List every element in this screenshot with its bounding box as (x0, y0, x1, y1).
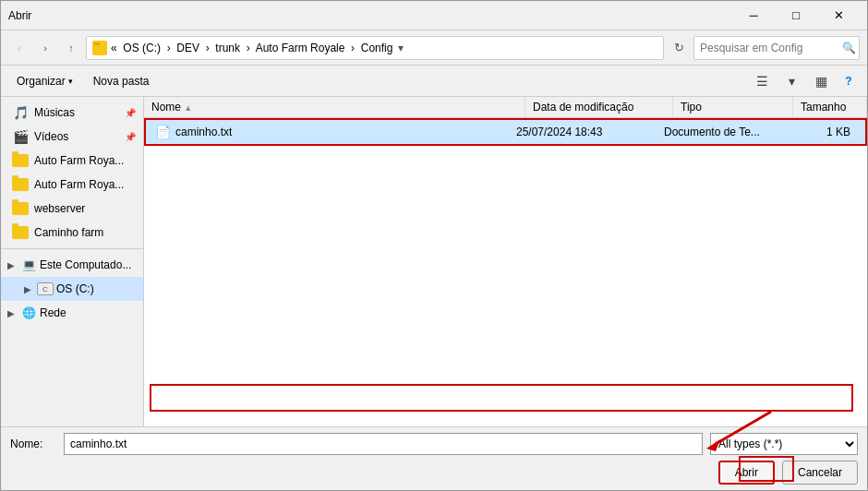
tree-item-rede[interactable]: ▶ 🌐 Rede (1, 301, 143, 325)
breadcrumb[interactable]: « OS (C:) › DEV › trunk › Auto Farm Roya… (86, 36, 664, 60)
tree-item-os-c[interactable]: ▶ C OS (C:) (1, 277, 143, 301)
search-box: 🔍 (693, 36, 860, 60)
tree-label-rede: Rede (40, 306, 139, 319)
window-controls: ─ □ ✕ (732, 1, 860, 30)
col-size-header[interactable]: Tamanho (793, 97, 867, 117)
folder-icon (92, 41, 107, 55)
pin-icon: 📌 (125, 108, 136, 118)
sidebar-item-webserver[interactable]: webserver (1, 197, 143, 221)
videos-icon: 🎬 (12, 128, 29, 145)
file-list-container: Nome ▲ Data de modificação Tipo Tamanho (144, 97, 867, 426)
col-name-label: Nome (151, 101, 181, 114)
maximize-button[interactable]: □ (775, 1, 817, 30)
sidebar-autofarm2-label: Auto Farm Roya... (34, 178, 136, 191)
sidebar-videos-label: Vídeos (34, 130, 119, 143)
chevron-icon: ▶ (5, 260, 18, 270)
filename-row: Nome: All types (*.*) (10, 433, 858, 455)
file-date: 25/07/2024 18:43 (516, 126, 664, 138)
tree-label-osc: OS (C:) (56, 282, 139, 295)
refresh-button[interactable]: ↻ (668, 37, 690, 59)
musicas-icon: 🎵 (12, 104, 29, 121)
col-name-header[interactable]: Nome ▲ (144, 97, 525, 117)
file-item-caminho-txt[interactable]: 📄 caminho.txt 25/07/2024 18:43 Documento… (144, 118, 867, 146)
main-content: 🎵 Músicas 📌 🎬 Vídeos 📌 Auto Farm Roya... (1, 97, 867, 426)
sidebar-caminhofarm-label: Caminho farm (34, 226, 136, 239)
pin-icon-2: 📌 (125, 132, 136, 142)
filename-input[interactable] (64, 433, 703, 455)
file-list: 📄 caminho.txt 25/07/2024 18:43 Documento… (144, 118, 867, 426)
sidebar-item-autofarm2[interactable]: Auto Farm Roya... (1, 173, 143, 197)
tree-item-este-computador[interactable]: ▶ 💻 Este Computado... (1, 253, 143, 277)
bottom-bar: Nome: All types (*.*) Abrir Cancelar (1, 426, 867, 490)
autofarm1-icon (12, 152, 29, 169)
file-icon: 📄 (153, 123, 172, 141)
sidebar-item-musicas[interactable]: 🎵 Músicas 📌 (1, 101, 143, 125)
open-button[interactable]: Abrir (718, 461, 775, 485)
grid-view-button[interactable]: ▦ (808, 70, 834, 92)
new-folder-label: Nova pasta (93, 75, 150, 88)
sidebar-item-videos[interactable]: 🎬 Vídeos 📌 (1, 125, 143, 149)
search-input[interactable] (700, 42, 838, 54)
up-button[interactable]: ↑ (60, 37, 82, 59)
organize-button[interactable]: Organizar ▾ (8, 70, 81, 92)
col-date-header[interactable]: Data de modificação (525, 97, 673, 117)
file-list-header: Nome ▲ Data de modificação Tipo Tamanho (144, 97, 867, 118)
sidebar-item-autofarm1[interactable]: Auto Farm Roya... (1, 149, 143, 173)
search-icon: 🔍 (842, 42, 856, 54)
caminhofarm-icon (12, 224, 29, 241)
help-button[interactable]: ? (838, 70, 860, 92)
col-date-label: Data de modificação (533, 101, 633, 114)
sidebar-divider (1, 248, 143, 249)
sidebar: 🎵 Músicas 📌 🎬 Vídeos 📌 Auto Farm Roya... (1, 97, 144, 426)
sidebar-autofarm1-label: Auto Farm Roya... (34, 154, 136, 167)
tree-label-computador: Este Computado... (40, 258, 139, 271)
toolbar: Organizar ▾ Nova pasta ☰ ▾ ▦ ? (1, 66, 867, 97)
webserver-icon (12, 200, 29, 217)
title-bar: Abrir ─ □ ✕ (1, 1, 867, 30)
chevron-down-icon: ▶ (21, 284, 34, 294)
dialog-title: Abrir (8, 9, 732, 22)
name-label: Nome: (10, 437, 56, 450)
drive-icon: C (37, 281, 54, 297)
computer-icon: 💻 (20, 257, 37, 273)
list-view-button[interactable]: ☰ (749, 70, 775, 92)
close-button[interactable]: ✕ (817, 1, 860, 30)
organize-label: Organizar (17, 75, 66, 88)
details-view-dropdown-button[interactable]: ▾ (778, 70, 804, 92)
file-type: Documento de Te... (664, 126, 784, 138)
forward-button[interactable]: › (34, 37, 56, 59)
col-type-label: Tipo (681, 101, 702, 114)
autofarm2-icon (12, 176, 29, 193)
file-size: 1 KB (784, 126, 858, 138)
breadcrumb-dropdown-button[interactable]: ▾ (396, 42, 405, 54)
back-button[interactable]: ‹ (8, 37, 30, 59)
chevron-icon-2: ▶ (5, 308, 18, 318)
sidebar-item-caminhofarm[interactable]: Caminho farm (1, 221, 143, 245)
organize-dropdown-icon: ▾ (68, 77, 73, 86)
sidebar-webserver-label: webserver (34, 202, 136, 215)
col-size-label: Tamanho (801, 101, 846, 114)
address-bar: ‹ › ↑ « OS (C:) › DEV › trunk › Auto Far… (1, 30, 867, 66)
network-icon: 🌐 (20, 305, 37, 321)
minimize-button[interactable]: ─ (732, 1, 775, 30)
action-row: Abrir Cancelar (10, 461, 858, 485)
filetype-select[interactable]: All types (*.*) (710, 433, 858, 455)
cancel-button[interactable]: Cancelar (782, 461, 858, 485)
file-name: caminho.txt (175, 126, 516, 138)
col-type-header[interactable]: Tipo (673, 97, 793, 117)
toolbar-right: ☰ ▾ ▦ ? (749, 70, 860, 92)
breadcrumb-text: « OS (C:) › DEV › trunk › Auto Farm Roya… (111, 42, 392, 54)
new-folder-button[interactable]: Nova pasta (85, 70, 158, 92)
sidebar-musicas-label: Músicas (34, 106, 119, 119)
sort-arrow: ▲ (184, 103, 192, 113)
